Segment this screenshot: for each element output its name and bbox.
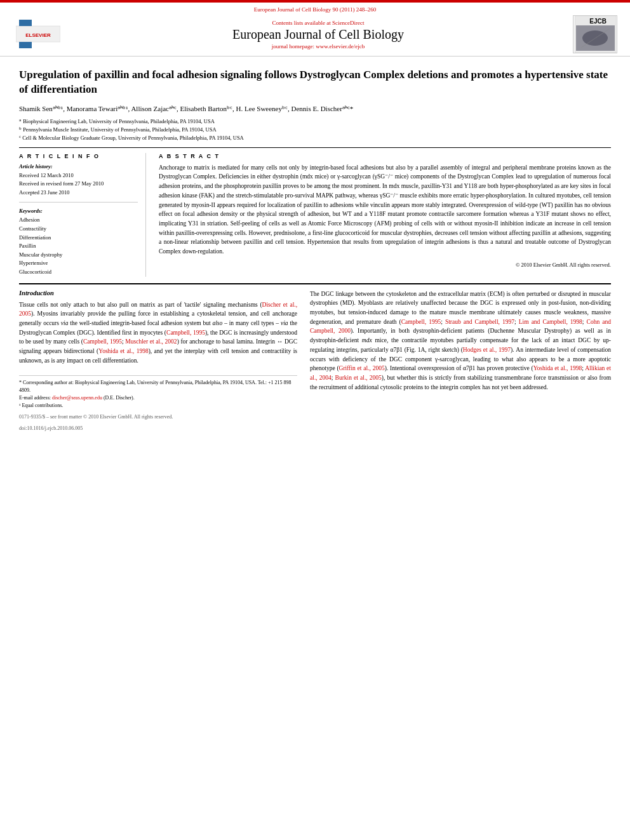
ref-discher-2005: Discher et al., 2005 — [19, 302, 297, 317]
journal-homepage: journal homepage: www.elsevier.de/ejcb — [64, 43, 573, 50]
divider — [19, 202, 138, 203]
received-date: Received 12 March 2010 — [19, 171, 138, 180]
email-note: E-mail address: discher@seas.upenn.edu (… — [19, 394, 297, 402]
main-body: Introduction Tissue cells not only attac… — [19, 283, 611, 432]
body-right-text: The DGC linkage between the cytoskeleton… — [310, 290, 611, 392]
copyright-line: © 2010 Elsevier GmbH. All rights reserve… — [159, 262, 611, 268]
homepage-link[interactable]: www.elsevier.de/ejcb — [316, 43, 365, 50]
ref-straub-1997: Straub and Campbell, 1997 — [445, 319, 514, 325]
keyword-muscular-dystrophy: Muscular dystrophy — [19, 251, 138, 260]
revised-date: Received in revised form 27 May 2010 — [19, 180, 138, 189]
keyword-hypertensive: Hypertensive — [19, 259, 138, 268]
journal-center: Contents lists available at ScienceDirec… — [64, 20, 573, 50]
svg-text:ELSEVIER: ELSEVIER — [25, 32, 51, 38]
footer-bottom: 0171-9335/$ – see front matter © 2010 El… — [19, 413, 297, 421]
affiliation-c: ᶜ Cell & Molecular Biology Graduate Grou… — [19, 134, 611, 142]
ref-hodges-1997: Hodges et al., 1997 — [463, 347, 511, 353]
article-info-label: A R T I C L E I N F O — [19, 153, 138, 159]
ejcb-logo-svg: EJCB — [575, 16, 616, 53]
elsevier-logo: ELSEVIER — [13, 18, 64, 50]
two-column-section: A R T I C L E I N F O Article history: R… — [19, 147, 611, 277]
keyword-contractility: Contractility — [19, 225, 138, 234]
ref-yoshida-1998: Yoshida et al., 1998 — [98, 348, 148, 354]
ref-griffin-2005: Griffin et al., 2005 — [339, 365, 385, 371]
ref-campbell-1995: Campbell, 1995 — [166, 330, 205, 336]
journal-header: European Journal of Cell Biology 90 (201… — [0, 3, 630, 57]
ref-campbell-1995b: Campbell, 1995 — [83, 338, 122, 345]
journal-title-bar: European Journal of Cell Biology 90 (201… — [13, 6, 617, 13]
ref-yoshida-1998b: Yoshida et al., 1998 — [533, 365, 582, 371]
article-history-title: Article history: — [19, 163, 138, 170]
corresponding-label: * Corresponding author at: Biophysical E… — [19, 380, 292, 393]
accepted-date: Accepted 23 June 2010 — [19, 189, 138, 197]
sciencedirect-link[interactable]: ScienceDirect — [332, 20, 364, 26]
svg-rect-3 — [19, 42, 32, 48]
intro-paragraph: Tissue cells not only attach to but also… — [19, 300, 297, 366]
front-matter: – see front matter © 2010 Elsevier GmbH.… — [46, 414, 173, 420]
ref-campbell-1995c: Campbell, 1995 — [401, 319, 441, 325]
authors: Shamik Senᵃʰᵇ¹, Manorama Tewariᵃʰᵇ¹, All… — [19, 103, 611, 114]
abstract-text: Anchorage to matrix is mediated for many… — [159, 163, 611, 257]
keyword-differentiation: Differentiation — [19, 234, 138, 243]
author-list: Shamik Senᵃʰᵇ¹, Manorama Tewariᵃʰᵇ¹, All… — [19, 105, 353, 112]
ejcb-logo: EJCB — [573, 15, 617, 53]
body-left-col: Introduction Tissue cells not only attac… — [19, 290, 297, 432]
svg-point-7 — [582, 30, 608, 46]
elsevier-logo-svg: ELSEVIER — [16, 20, 60, 48]
ref-lim-1998: Lim and Campbell, 1998 — [519, 319, 582, 325]
journal-main-title: European Journal of Cell Biology — [64, 27, 573, 42]
email-suffix: (D.E. Discher). — [104, 395, 135, 401]
equal-contribution-note: ¹ Equal contributions. — [19, 402, 297, 410]
abstract-label: A B S T R A C T — [159, 153, 611, 159]
keywords-title: Keywords: — [19, 208, 138, 214]
page-wrapper: European Journal of Cell Biology 90 (201… — [0, 0, 630, 840]
affiliation-a: ᵃ Biophysical Engineering Lab, Universit… — [19, 117, 611, 126]
ref-muschler-2002: Muschler et al., 2002 — [125, 338, 177, 345]
keyword-glucocorticoid: Glucocorticoid — [19, 268, 138, 277]
journal-info-row: ELSEVIER Contents lists available at Sci… — [13, 15, 617, 53]
footer-area: * Corresponding author at: Biophysical E… — [19, 375, 297, 432]
ref-burkin-2005: Burkin et al., 2005 — [335, 375, 382, 381]
svg-rect-2 — [19, 20, 32, 26]
body-right-col: The DGC linkage between the cytoskeleton… — [310, 290, 611, 432]
abstract-col: A B S T R A C T Anchorage to matrix is m… — [159, 153, 611, 277]
intro-title: Introduction — [19, 290, 297, 297]
doi-line: doi:10.1016/j.ejcb.2010.06.005 — [19, 425, 297, 432]
affiliations: ᵃ Biophysical Engineering Lab, Universit… — [19, 117, 611, 142]
article-area: Upregulation of paxillin and focal adhes… — [0, 57, 630, 439]
email-link[interactable]: discher@seas.upenn.edu — [52, 395, 102, 401]
keyword-paxillin: Paxillin — [19, 242, 138, 251]
abstract-content: Anchorage to matrix is mediated for many… — [159, 164, 611, 255]
corresponding-author-note: * Corresponding author at: Biophysical E… — [19, 379, 297, 394]
issn: 0171-9335/$ — [19, 414, 45, 420]
journal-ref: European Journal of Cell Biology 90 (201… — [254, 6, 376, 13]
email-label: E-mail address: — [19, 395, 51, 401]
article-info-col: A R T I C L E I N F O Article history: R… — [19, 153, 146, 277]
contents-available: Contents lists available at ScienceDirec… — [64, 20, 573, 26]
article-title: Upregulation of paxillin and focal adhes… — [19, 68, 611, 97]
keyword-adhesion: Adhesion — [19, 216, 138, 225]
svg-text:EJCB: EJCB — [589, 18, 607, 25]
affiliation-b: ᵇ Pennsylvania Muscle Institute, Univers… — [19, 126, 611, 134]
